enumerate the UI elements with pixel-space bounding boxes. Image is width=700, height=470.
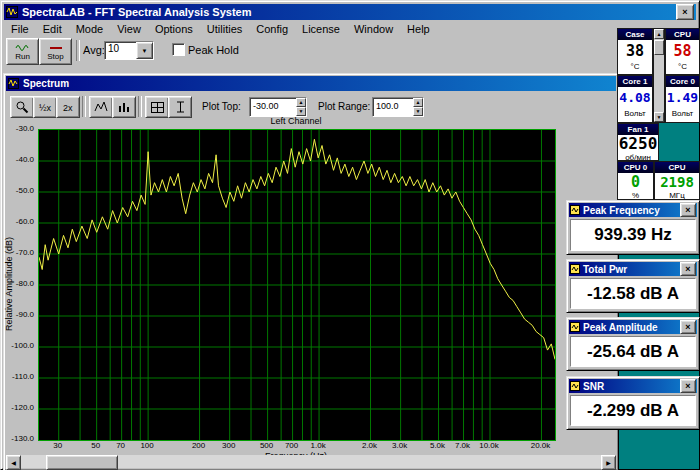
menu-item-file[interactable]: File: [4, 22, 36, 36]
avg-combobox[interactable]: 10 ▼: [104, 41, 154, 60]
scale-half-button[interactable]: ½x: [33, 96, 57, 118]
scroll-down-icon[interactable]: ▼: [654, 112, 664, 122]
plot-range-value: 100.0: [373, 98, 413, 116]
chevron-down-icon[interactable]: ▼: [136, 42, 153, 59]
spin-up-icon[interactable]: ▲: [413, 98, 423, 107]
menu-item-license[interactable]: License: [295, 22, 347, 36]
menubar: FileEditModeViewOptionsUtilitiesConfigLi…: [4, 21, 696, 36]
horizontal-scrollbar[interactable]: ◀ ▶: [6, 455, 616, 468]
y-tick-label: -60.0: [16, 217, 34, 226]
hw-cell-fan-rpm: Fan 1 6250 об/мин: [617, 123, 659, 161]
meter-title: SNR: [583, 381, 677, 392]
desktop: SpectraLAB - FFT Spectral Analysis Syste…: [0, 0, 700, 470]
line-plot-button[interactable]: [89, 96, 113, 118]
meter-value: -25.64 dB A: [570, 336, 696, 367]
y-tick-label: -80.0: [16, 279, 34, 288]
meter-titlebar[interactable]: Total Pwr ×: [569, 262, 697, 276]
y-tick-label: -70.0: [16, 248, 34, 257]
stop-label: Stop: [47, 53, 63, 61]
x-tick-label: 300: [222, 441, 235, 450]
plot-range-spinner[interactable]: 100.0 ▲ ▼: [372, 97, 424, 117]
menu-item-utilities[interactable]: Utilities: [200, 22, 249, 36]
spectrum-plot-canvas: [39, 130, 555, 440]
hw-value: 0: [618, 173, 653, 191]
meter-title: Peak Amplitude: [583, 322, 677, 333]
run-waveform-icon: [15, 43, 31, 52]
spin-up-icon[interactable]: ▲: [296, 98, 306, 107]
scroll-right-icon[interactable]: ▶: [601, 455, 616, 470]
run-label: Run: [15, 53, 30, 61]
scrollbar-thumb[interactable]: [654, 40, 664, 55]
plot-range-label: Plot Range:: [318, 101, 370, 112]
menu-item-view[interactable]: View: [110, 22, 148, 36]
y-tick-label: -30.0: [16, 124, 34, 133]
hw-unit: %: [618, 191, 653, 200]
marker-button[interactable]: [168, 96, 192, 118]
x-tick-label: 20.0k: [531, 441, 551, 450]
plot-top-spinner[interactable]: -30.00 ▲ ▼: [249, 97, 307, 117]
menu-item-window[interactable]: Window: [347, 22, 400, 36]
run-button[interactable]: Run: [6, 38, 39, 65]
hw-cell-cpu-usage: CPU 0 0 %: [617, 161, 654, 200]
app-icon: [6, 6, 18, 18]
menu-item-options[interactable]: Options: [148, 22, 200, 36]
scroll-left-icon[interactable]: ◀: [6, 455, 21, 470]
close-icon[interactable]: ×: [676, 4, 694, 20]
hardware-monitor: Case 38 °C CPU 58 °C ▲ ▼ Core 1 4.08 Вол…: [617, 28, 700, 200]
meter-value: -2.299 dB A: [570, 395, 696, 426]
bar-plot-button[interactable]: [112, 96, 136, 118]
hw-unit: Вольт: [666, 109, 699, 118]
stop-button[interactable]: Stop: [39, 38, 72, 65]
close-icon[interactable]: ×: [680, 379, 696, 393]
x-tick-label: 500: [260, 441, 273, 450]
menu-item-help[interactable]: Help: [400, 22, 437, 36]
menu-item-mode[interactable]: Mode: [69, 22, 111, 36]
y-tick-label: -130.0: [11, 434, 34, 443]
close-icon[interactable]: ×: [680, 203, 696, 217]
hw-unit: Вольт: [618, 109, 652, 118]
meter-titlebar[interactable]: Peak Amplitude ×: [569, 320, 697, 334]
gadget-scrollbar[interactable]: ▲ ▼: [653, 28, 665, 123]
peak-hold-label: Peak Hold: [188, 44, 239, 56]
window-title: SpectraLAB - FFT Spectral Analysis Syste…: [22, 6, 251, 18]
hw-cell-core1-volt: Core 1 4.08 Вольт: [617, 75, 653, 123]
y-axis-tick-labels: -30.0-40.0-50.0-60.0-70.0-80.0-90.0-100.…: [4, 74, 36, 470]
scale-double-icon: 2x: [60, 101, 76, 113]
meter-window-peak-amplitude: Peak Amplitude × -25.64 dB A: [566, 317, 700, 371]
meter-value: -12.58 dB A: [570, 278, 696, 309]
hw-unit: °C: [618, 62, 652, 71]
grid-icon: [151, 102, 164, 113]
x-tick-label: 5.0k: [430, 441, 445, 450]
hw-header: CPU: [666, 29, 699, 40]
main-toolbar: Run Stop Avg: 10 ▼ Peak Hold: [4, 37, 616, 64]
meter-titlebar[interactable]: Peak Frequency ×: [569, 203, 697, 217]
x-tick-label: 100: [140, 441, 153, 450]
spectrum-titlebar[interactable]: Spectrum: [6, 76, 616, 91]
scale-double-button[interactable]: 2x: [56, 96, 80, 118]
plot-top-label: Plot Top:: [202, 101, 241, 112]
scroll-up-icon[interactable]: ▲: [654, 29, 664, 39]
spin-down-icon[interactable]: ▼: [413, 107, 423, 116]
x-axis-tick-labels: 3050701002003005007001.0k2.0k3.0k5.0k7.0…: [38, 441, 554, 450]
grid-toggle-button[interactable]: [145, 96, 169, 118]
titlebar[interactable]: SpectraLAB - FFT Spectral Analysis Syste…: [4, 4, 696, 20]
meter-titlebar[interactable]: SNR ×: [569, 379, 697, 393]
y-tick-label: -110.0: [12, 372, 34, 381]
scrollbar-thumb[interactable]: [46, 455, 118, 470]
spectrum-plot[interactable]: [38, 129, 556, 441]
chart-title: Left Channel: [38, 116, 554, 126]
spin-down-icon[interactable]: ▼: [296, 107, 306, 116]
peak-hold-checkbox[interactable]: [172, 43, 185, 56]
x-tick-label: 30: [53, 441, 62, 450]
meter-title: Peak Frequency: [583, 205, 677, 216]
close-icon[interactable]: ×: [680, 320, 696, 334]
menu-item-config[interactable]: Config: [249, 22, 295, 36]
hw-cell-cpu-temp: CPU 58 °C: [665, 28, 700, 75]
menu-item-edit[interactable]: Edit: [36, 22, 69, 36]
hw-value: 58: [666, 40, 699, 62]
y-tick-label: -50.0: [16, 186, 34, 195]
stop-flatline-icon: [48, 43, 64, 52]
plot-top-value: -30.00: [250, 98, 296, 116]
spectrum-window: Spectrum ½x 2x: [3, 73, 619, 470]
close-icon[interactable]: ×: [680, 262, 696, 276]
